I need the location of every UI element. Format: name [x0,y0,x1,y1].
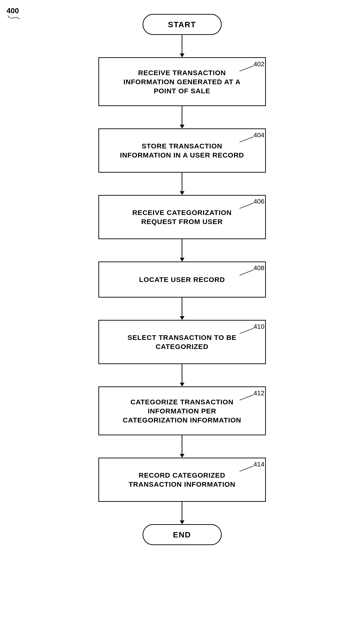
ref-line-412 [240,394,256,401]
svg-line-4 [240,328,254,334]
arrow-6 [180,364,184,386]
step-404: STORE TRANSACTION INFORMATION IN A USER … [98,128,266,173]
end-oval: END [142,524,222,545]
ref-line-410 [240,327,256,334]
ref-line-408 [240,269,256,276]
arrow-8 [180,502,184,524]
svg-line-5 [240,395,254,400]
svg-line-6 [240,466,254,471]
ref-line-404 [240,136,256,142]
arrow-1 [180,35,184,57]
step-410: SELECT TRANSACTION TO BE CATEGORIZED [98,320,266,364]
arrow-5 [180,298,184,320]
svg-line-1 [240,137,254,142]
step-406: RECEIVE CATEGORIZATION REQUEST FROM USER [98,195,266,239]
figure-label: 400 [6,6,19,15]
ref-line-414 [240,465,256,472]
arrow-7 [180,435,184,458]
figure-squiggle [6,14,20,22]
step-408: LOCATE USER RECORD [98,262,266,298]
svg-line-2 [240,203,254,208]
ref-line-402 [240,65,256,72]
start-oval: START [142,14,222,35]
arrow-3 [180,173,184,195]
arrow-2 [180,106,184,128]
svg-line-0 [240,66,254,71]
arrow-4 [180,239,184,262]
flowchart-diagram: 400 START RECEIVE TRANSACTION INFORMATIO… [0,0,364,637]
svg-line-3 [240,270,254,275]
ref-line-406 [240,202,256,209]
step-414: RECORD CATEGORIZED TRANSACTION INFORMATI… [98,458,266,502]
